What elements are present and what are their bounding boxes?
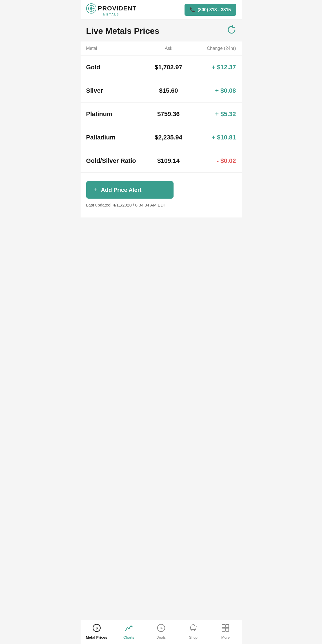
prices-table: Metal Ask Change (24hr) Gold $1,702.97 +…: [81, 41, 242, 173]
table-row[interactable]: Gold $1,702.97 + $12.37: [81, 56, 242, 79]
metal-change: + $10.81: [191, 134, 236, 141]
metal-ask: $109.14: [146, 157, 191, 165]
logo: PROVIDENT — METALS —: [86, 3, 137, 16]
table-row[interactable]: Platinum $759.36 + $5.32: [81, 103, 242, 126]
page-title-section: Live Metals Prices: [81, 20, 242, 41]
add-price-alert-button[interactable]: + Add Price Alert: [86, 181, 174, 199]
table-row[interactable]: Palladium $2,235.94 + $10.81: [81, 126, 242, 149]
metal-name: Gold/Silver Ratio: [86, 157, 146, 165]
page-title: Live Metals Prices: [86, 26, 159, 36]
col-header-metal: Metal: [86, 46, 146, 51]
metal-ask: $759.36: [146, 110, 191, 118]
col-header-ask: Ask: [146, 46, 191, 51]
table-row[interactable]: Silver $15.60 + $0.08: [81, 79, 242, 103]
metal-change: + $0.08: [191, 87, 236, 94]
add-alert-label: Add Price Alert: [101, 187, 141, 193]
metal-name: Platinum: [86, 110, 146, 118]
table-header: Metal Ask Change (24hr): [81, 41, 242, 56]
logo-text: PROVIDENT: [86, 3, 137, 14]
metal-name: Silver: [86, 87, 146, 94]
metal-ask: $2,235.94: [146, 134, 191, 141]
metal-change: + $12.37: [191, 64, 236, 71]
phone-icon: 📞: [190, 7, 195, 12]
table-rows-container: Gold $1,702.97 + $12.37 Silver $15.60 + …: [81, 56, 242, 173]
logo-icon: [86, 3, 96, 14]
col-header-change: Change (24hr): [191, 46, 236, 51]
plus-icon: +: [94, 186, 98, 194]
app-header: PROVIDENT — METALS — 📞 (800) 313 - 3315: [81, 0, 242, 20]
phone-button[interactable]: 📞 (800) 313 - 3315: [185, 4, 236, 16]
logo-subtitle: — METALS —: [98, 13, 125, 16]
metal-name: Gold: [86, 64, 146, 71]
metal-ask: $1,702.97: [146, 64, 191, 71]
metal-change: + $5.32: [191, 110, 236, 118]
metal-name: Palladium: [86, 134, 146, 141]
refresh-icon: [227, 25, 236, 34]
last-updated: Last updated: 4/11/2020 / 8:34:34 AM EDT: [86, 203, 236, 213]
phone-number: (800) 313 - 3315: [197, 7, 231, 12]
logo-name: PROVIDENT: [98, 5, 137, 12]
table-row[interactable]: Gold/Silver Ratio $109.14 - $0.02: [81, 149, 242, 173]
svg-point-2: [90, 7, 92, 10]
refresh-button[interactable]: [227, 25, 236, 36]
metal-change: - $0.02: [191, 157, 236, 165]
metal-ask: $15.60: [146, 87, 191, 94]
alert-section: + Add Price Alert Last updated: 4/11/202…: [81, 173, 242, 217]
